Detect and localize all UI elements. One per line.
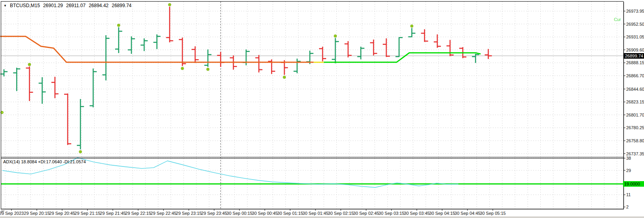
time-axis-label: 29 Sep 23:45 <box>201 211 227 216</box>
chart-header: ▼ BTCUSD,M15 26901.29 26911.07 26894.42 … <box>4 3 131 8</box>
time-axis-label: 30 Sep 04:45 <box>454 211 480 216</box>
indicator-axis-label: 2 <box>626 205 629 209</box>
signal-dot-core <box>169 4 170 5</box>
ohlc-open: 26901.29 <box>43 3 63 8</box>
indicator-axis-label: 29 <box>626 168 631 173</box>
current-comment-label: Cur <box>614 17 621 22</box>
time-axis-label: 29 Sep 22:45 <box>150 211 176 216</box>
price-axis-label: 26909.60 <box>626 48 644 52</box>
signal-dot-core <box>335 36 336 36</box>
time-axis-label: 29 Sep 23:15 <box>176 211 201 216</box>
price-axis-label: 26801.70 <box>626 113 644 117</box>
window-bottom-strip <box>0 216 644 218</box>
time-axis-label: 30 Sep 00:45 <box>252 211 277 216</box>
chart-canvas[interactable] <box>0 0 644 218</box>
price-axis-label: 26888.15 <box>626 60 644 65</box>
time-axis-label: 29 Sep 22:15 <box>125 211 151 216</box>
chevron-down-icon[interactable]: ▼ <box>4 4 7 8</box>
time-axis-label: 29 Sep 21:45 <box>100 211 125 216</box>
ohlc-close: 26899.74 <box>112 3 131 8</box>
signal-dot-core <box>207 69 208 70</box>
indicator-axis-label: 38 <box>626 156 631 161</box>
ohlc-low: 26894.42 <box>89 3 108 8</box>
time-axis-label: 29 Sep 20:45 <box>49 211 75 216</box>
symbol-period-label: BTCUSD,M15 <box>10 3 40 8</box>
price-axis-label: 26952.50 <box>626 22 644 27</box>
price-axis-label: 26973.95 <box>626 9 644 13</box>
signal-dot-core <box>118 25 119 26</box>
time-axis-label: 30 Sep 02:45 <box>353 211 379 216</box>
time-axis-label: 30 Sep 04:15 <box>429 211 455 216</box>
price-axis-label: 26780.25 <box>626 125 644 130</box>
time-axis-label: 30 Sep 05:15 <box>480 211 505 216</box>
time-axis-label: 30 Sep 01:15 <box>277 211 303 216</box>
time-axis-label: 30 Sep 01:45 <box>302 211 328 216</box>
time-axis-label: 29 Sep 21:15 <box>74 211 100 216</box>
time-axis-label: 30 Sep 03:15 <box>378 211 404 216</box>
indicator-label: ADX(14) 18.8084 +DI:17.0640 -DI:21.0574 <box>3 159 86 164</box>
signal-dot-core <box>182 68 183 69</box>
indicator-axis-label: 11 <box>626 192 631 197</box>
signal-dot-core <box>284 77 285 78</box>
price-axis-label: 26758.80 <box>626 138 644 143</box>
price-axis-label: 26844.60 <box>626 87 644 92</box>
ohlc-high: 26911.07 <box>66 3 85 8</box>
price-axis-label: 26737.35 <box>626 151 644 156</box>
resize-grip-icon[interactable] <box>1 210 5 214</box>
adx-level-badge: 19.0000 <box>623 181 644 187</box>
time-axis-label: 30 Sep 00:15 <box>226 211 252 216</box>
trend-line-green <box>324 53 481 62</box>
mt4-chart-window: ▼ BTCUSD,M15 26901.29 26911.07 26894.42 … <box>0 0 644 218</box>
time-axis-label: 30 Sep 03:45 <box>404 211 429 216</box>
signal-dot-core <box>29 64 30 65</box>
signal-dot-core <box>80 151 81 152</box>
time-axis-label: 29 Sep 20:15 <box>24 211 49 216</box>
current-price-badge: 26899.74 <box>624 53 644 59</box>
price-axis-label: 26823.15 <box>626 99 644 104</box>
signal-dot-core <box>411 26 412 27</box>
price-axis-label: 26866.70 <box>626 73 644 78</box>
time-axis-label: 30 Sep 02:15 <box>328 211 353 216</box>
price-axis-label: 26931.05 <box>626 34 644 39</box>
